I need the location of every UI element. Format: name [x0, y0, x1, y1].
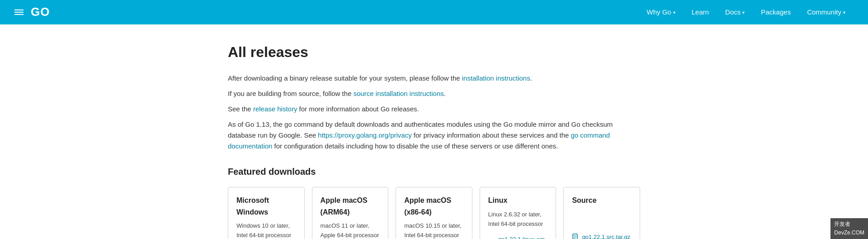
card-source: Source go1.22.1.src.tar.gz [563, 187, 640, 239]
release-history-link[interactable]: release history [253, 105, 297, 113]
card-linux-download[interactable]: go1.22.1.linux-amd64.tar.gz [488, 235, 548, 239]
installation-instructions-link[interactable]: installation instructions [462, 74, 530, 82]
nav-packages[interactable]: Packages [753, 0, 799, 24]
proxy-privacy-link[interactable]: https://proxy.golang.org/privacy [318, 131, 411, 139]
intro-line-3: See the release history for more informa… [228, 104, 640, 115]
card-linux-filename: go1.22.1.linux-amd64.tar.gz [498, 235, 548, 239]
card-windows-title: Microsoft Windows [236, 195, 296, 218]
nav-why-go-label: Why Go [647, 7, 671, 18]
nav-packages-label: Packages [761, 7, 791, 18]
card-source-title: Source [572, 195, 632, 206]
page-title: All releases [228, 41, 640, 64]
intro-line-4: As of Go 1.13, the go command by default… [228, 119, 640, 152]
hamburger-icon[interactable] [14, 10, 24, 15]
nav-docs[interactable]: Docs ▾ [717, 0, 753, 24]
logo[interactable]: GO [14, 3, 50, 22]
card-macos-x86-desc: macOS 10.15 or later, Intel 64-bit proce… [404, 221, 464, 239]
svg-rect-16 [573, 234, 577, 239]
card-macos-x86-title: Apple macOS (x86-64) [404, 195, 464, 218]
download-cards-container: Microsoft Windows Windows 10 or later, I… [228, 187, 640, 239]
card-macos-arm64-title: Apple macOS (ARM64) [321, 195, 380, 218]
docs-arrow-icon: ▾ [742, 9, 745, 16]
card-linux: Linux Linux 2.6.32 or later, Intel 64-bi… [480, 187, 557, 239]
card-source-filename: go1.22.1.src.tar.gz [582, 233, 630, 239]
card-source-desc [572, 210, 632, 226]
card-macos-arm64: Apple macOS (ARM64) macOS 11 or later, A… [312, 187, 389, 239]
nav-why-go[interactable]: Why Go ▾ [639, 0, 684, 24]
go-command-doc-link[interactable]: go command documentation [228, 131, 610, 150]
featured-downloads-title: Featured downloads [228, 164, 640, 179]
card-linux-desc: Linux 2.6.32 or later, Intel 64-bit proc… [488, 210, 548, 229]
card-windows: Microsoft Windows Windows 10 or later, I… [228, 187, 305, 239]
site-header: GO Why Go ▾ Learn Docs ▾ Packages Commun… [0, 0, 868, 24]
nav-learn[interactable]: Learn [684, 0, 717, 24]
main-nav: Why Go ▾ Learn Docs ▾ Packages Community… [639, 0, 854, 24]
why-go-arrow-icon: ▾ [673, 9, 675, 16]
source-installation-link[interactable]: source installation instructions [354, 90, 444, 97]
nav-community-label: Community [807, 7, 841, 18]
card-macos-arm64-desc: macOS 11 or later, Apple 64-bit processo… [321, 221, 380, 239]
intro-line-1: After downloading a binary release suita… [228, 73, 640, 84]
card-macos-x86: Apple macOS (x86-64) macOS 10.15 or late… [396, 187, 472, 239]
community-arrow-icon: ▾ [843, 9, 845, 16]
nav-docs-label: Docs [725, 7, 741, 18]
card-source-download[interactable]: go1.22.1.src.tar.gz [572, 233, 632, 239]
card-windows-desc: Windows 10 or later, Intel 64-bit proces… [236, 221, 296, 239]
logo-text: GO [31, 3, 50, 22]
intro-line-2: If you are building from source, follow … [228, 88, 640, 99]
card-linux-title: Linux [488, 195, 548, 206]
main-content: All releases After downloading a binary … [0, 24, 868, 239]
nav-community[interactable]: Community ▾ [799, 0, 854, 24]
nav-learn-label: Learn [692, 7, 709, 18]
file-icon-source [572, 234, 579, 239]
